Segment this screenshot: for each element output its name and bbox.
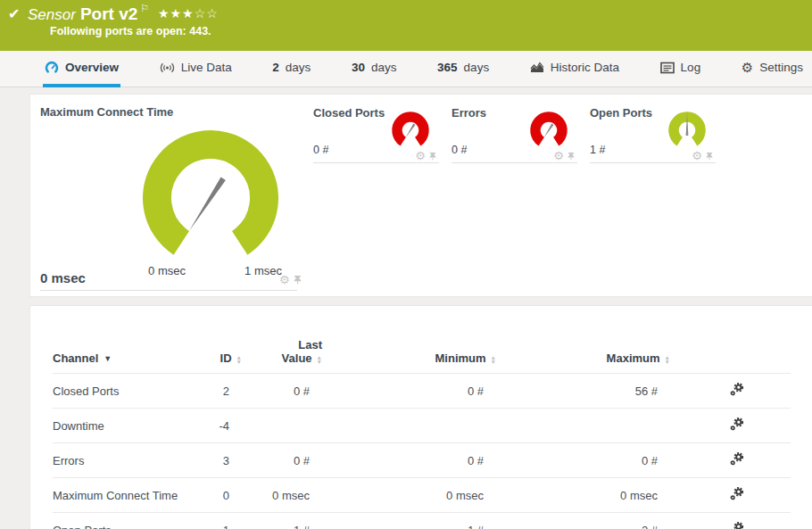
priority-stars[interactable]: ★★★☆☆	[158, 6, 219, 21]
gauge-icon	[45, 61, 59, 75]
sort-down-icon: ▼	[665, 360, 670, 364]
channel-minimum	[322, 409, 496, 443]
sensor-status-message: Following ports are open: 443.	[50, 25, 211, 37]
column-header-last-value[interactable]: Last Value▲▼	[242, 338, 322, 374]
gear-icon[interactable]: ⚙	[692, 150, 702, 161]
sort-icon: ▲▼	[317, 355, 322, 364]
tab-settings[interactable]: ⚙ Settings	[740, 51, 805, 87]
log-list-icon	[660, 62, 675, 74]
gauge-closed-ports	[387, 111, 434, 148]
gauge-needle	[189, 178, 226, 231]
channel-id: 2	[195, 374, 242, 409]
gauge-toolbar: ⚙	[279, 274, 302, 285]
channel-last-value	[242, 409, 322, 443]
channel-maximum	[496, 409, 670, 443]
channels-panel: Channel▼ ID▲▼ Last Value▲▼ Minimum▲▼ Max…	[29, 305, 812, 529]
sort-down-icon: ▼	[236, 360, 242, 364]
gauge-cell-divider	[40, 290, 297, 291]
sensor-title-line: SensorPort v2⚐	[28, 3, 149, 24]
channel-maximum: 2 #	[496, 513, 670, 529]
channel-settings-gears-icon[interactable]	[729, 417, 744, 432]
gear-icon[interactable]: ⚙	[553, 150, 564, 161]
gauge-open-ports	[664, 111, 710, 148]
pin-icon[interactable]	[705, 151, 714, 161]
gauge-toolbar: ⚙	[692, 150, 714, 161]
tab-historic-data-label: Historic Data	[551, 61, 619, 74]
gauge-scale-min-label: 0 msec	[127, 264, 207, 277]
gauge-cell-closed-ports: Closed Ports 0 # ⚙	[313, 106, 439, 163]
sort-down-icon: ▼	[491, 360, 496, 364]
channel-settings-gears-icon[interactable]	[729, 451, 744, 467]
channel-settings-gears-icon[interactable]	[729, 382, 744, 397]
tab-2-days-word: days	[286, 61, 311, 74]
column-header-channel[interactable]: Channel▼	[53, 338, 195, 374]
tab-bar: Overview Live Data 2 days 30 days 365 da…	[0, 51, 812, 87]
column-header-id[interactable]: ID▲▼	[195, 338, 242, 374]
table-row[interactable]: Maximum Connect Time 0 0 msec 0 msec 0 m…	[53, 478, 791, 513]
pin-icon[interactable]	[293, 274, 302, 285]
sort-icon: ▲▼	[665, 355, 670, 364]
channel-minimum: 0 #	[322, 443, 496, 478]
column-label: Channel	[53, 351, 98, 365]
tab-30-days-number: 30	[352, 61, 365, 74]
prtg-sensor-page: { "header": { "check_icon": "✔", "kind":…	[0, 0, 812, 529]
channel-last-value: 1 #	[242, 513, 322, 529]
gauge-title-closed-ports: Closed Ports	[313, 106, 385, 120]
sensor-header: ✔ SensorPort v2⚐ ★★★☆☆ Following ports a…	[0, 0, 812, 51]
table-row[interactable]: Downtime -4	[53, 409, 791, 443]
gauge-arc	[157, 145, 264, 243]
gauge-value-open-ports: 1 #	[590, 144, 605, 156]
column-label: ID	[220, 351, 232, 365]
gauge-needle	[543, 124, 553, 138]
tab-live-data[interactable]: Live Data	[158, 51, 234, 87]
pin-icon[interactable]	[567, 151, 576, 161]
channel-settings-gears-icon[interactable]	[729, 486, 744, 501]
status-ok-check-icon: ✔	[8, 5, 20, 22]
table-row[interactable]: Closed Ports 2 0 # 0 # 56 #	[53, 374, 791, 409]
channel-id: 0	[195, 478, 242, 513]
tab-30-days[interactable]: 30 days	[350, 51, 399, 87]
channel-id: 1	[195, 513, 242, 529]
gauge-title-open-ports: Open Ports	[590, 106, 652, 120]
gauge-needle	[405, 124, 415, 138]
tab-2-days[interactable]: 2 days	[270, 51, 312, 87]
channel-actions	[670, 443, 791, 478]
channel-minimum: 0 msec	[322, 478, 496, 513]
gear-icon[interactable]: ⚙	[415, 150, 426, 161]
channel-name: Closed Ports	[53, 374, 195, 409]
gauge-value-maximum-connect-time: 0 msec	[40, 270, 86, 285]
channel-actions	[670, 374, 791, 409]
gauge-toolbar: ⚙	[415, 150, 437, 161]
table-header-row: Channel▼ ID▲▼ Last Value▲▼ Minimum▲▼ Max…	[53, 338, 791, 374]
channel-id: -4	[195, 409, 242, 443]
pin-icon[interactable]	[428, 151, 437, 161]
gauge-title-errors: Errors	[452, 106, 486, 120]
tab-365-days-word: days	[464, 61, 490, 74]
flag-icon[interactable]: ⚐	[140, 3, 149, 13]
page-title: Port v2	[80, 4, 137, 23]
tab-log[interactable]: Log	[659, 51, 703, 87]
tab-historic-data[interactable]: Historic Data	[528, 51, 621, 87]
column-header-maximum[interactable]: Maximum▲▼	[496, 338, 670, 374]
channel-minimum: 1 #	[322, 513, 496, 529]
channel-actions	[670, 409, 791, 443]
channel-maximum: 56 #	[496, 374, 670, 409]
channel-actions	[670, 478, 791, 513]
channel-name: Errors	[53, 443, 195, 478]
channel-name: Maximum Connect Time	[53, 478, 195, 513]
gauge-value-closed-ports: 0 #	[313, 144, 328, 156]
tab-overview[interactable]: Overview	[43, 51, 120, 87]
channel-name: Downtime	[53, 409, 195, 443]
gauge-cell-open-ports: Open Ports 1 # ⚙	[590, 106, 716, 163]
channel-settings-gears-icon[interactable]	[729, 521, 744, 529]
channel-id: 3	[195, 443, 242, 478]
column-header-minimum[interactable]: Minimum▲▼	[322, 338, 496, 374]
gear-icon[interactable]: ⚙	[279, 274, 290, 285]
table-row[interactable]: Errors 3 0 # 0 # 0 #	[53, 443, 791, 478]
gauge-maximum-connect-time	[130, 125, 291, 259]
tab-365-days-number: 365	[437, 61, 458, 74]
table-row[interactable]: Open Ports 1 1 # 1 # 2 #	[53, 513, 791, 529]
channel-actions	[670, 513, 791, 529]
object-kind-label: Sensor	[28, 6, 76, 23]
tab-365-days[interactable]: 365 days	[435, 51, 491, 87]
